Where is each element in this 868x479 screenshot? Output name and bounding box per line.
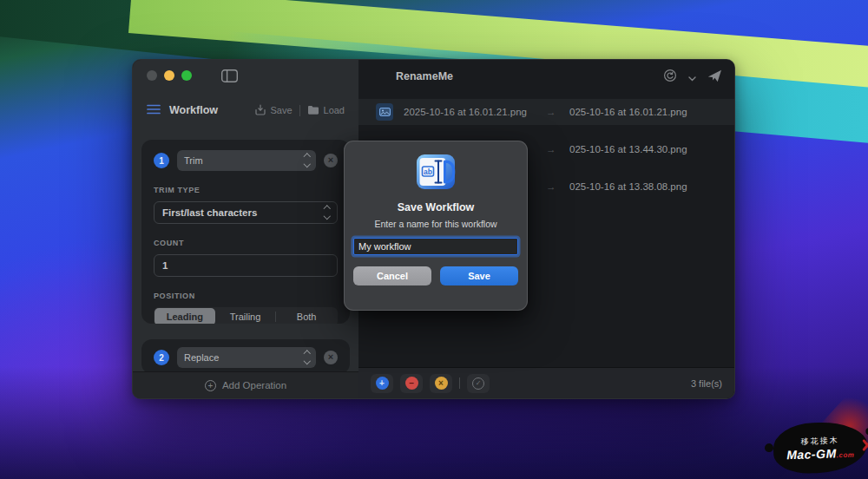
close-button[interactable] <box>147 70 157 81</box>
position-label: POSITION <box>154 292 338 300</box>
svg-text:ab: ab <box>424 167 432 176</box>
trim-type-select[interactable]: First/last characters <box>154 201 338 224</box>
segment-both[interactable]: Both <box>276 308 337 324</box>
add-files-button[interactable]: + <box>371 374 393 393</box>
operation-type-select[interactable]: Replace <box>177 347 316 368</box>
updown-chevron-icon <box>305 351 310 364</box>
sidebar-title: Workflow <box>169 104 218 116</box>
desktop: Workflow Save Load <box>0 0 868 479</box>
clear-files-button[interactable]: × <box>430 374 452 393</box>
position-segmented-control: Leading Trailing Both <box>154 307 338 324</box>
app-icon: ab <box>416 178 456 193</box>
file-count-status: 3 file(s) <box>691 378 722 389</box>
old-filename: 2025-10-16 at 16.01.21.png <box>404 107 527 117</box>
add-operation-button[interactable]: + Add Operation <box>133 371 358 398</box>
count-value: 1 <box>162 260 168 271</box>
count-label: COUNT <box>154 239 338 247</box>
zoom-button[interactable] <box>181 70 192 81</box>
operation-type-value: Trim <box>184 155 203 166</box>
plus-circle-icon: + <box>205 380 216 391</box>
watermark-red-mark <box>861 439 868 451</box>
titlebar <box>133 60 358 91</box>
file-toolbar: + – × ✓ 3 file(s) <box>358 367 734 398</box>
minus-icon: – <box>405 377 418 390</box>
sidebar-toggle-icon[interactable] <box>221 69 238 82</box>
operation-index-badge: 1 <box>154 153 169 168</box>
save-workflow-dialog: ab Save Workflow Enter a name for this w… <box>344 141 528 311</box>
folder-icon <box>307 105 319 116</box>
add-operation-label: Add Operation <box>222 380 286 390</box>
operation-index-badge: 2 <box>154 350 169 365</box>
remove-operation-button[interactable]: × <box>324 154 338 167</box>
x-icon: × <box>435 377 448 390</box>
load-label: Load <box>324 105 345 115</box>
new-filename: 025-10-16 at 16.01.21.png <box>569 107 687 117</box>
trim-type-label: TRIM TYPE <box>154 186 338 194</box>
segment-trailing[interactable]: Trailing <box>215 308 276 324</box>
rename-arrow: → <box>546 144 569 154</box>
divider <box>299 105 300 116</box>
plus-icon: + <box>376 377 389 390</box>
remove-operation-button[interactable]: × <box>324 351 338 364</box>
save-workflow-button[interactable]: Save <box>255 104 292 117</box>
image-file-icon <box>376 103 393 121</box>
save-button[interactable]: Save <box>440 266 518 285</box>
operation-type-value: Replace <box>184 352 219 363</box>
count-input[interactable]: 1 <box>154 254 338 277</box>
updown-chevron-icon <box>325 207 330 219</box>
divider <box>459 377 460 389</box>
chevron-down-icon[interactable] <box>688 69 696 85</box>
workflow-header: Workflow Save Load <box>133 98 358 122</box>
check-circle-icon: ✓ <box>472 377 484 390</box>
save-icon <box>255 104 266 117</box>
trim-type-value: First/last characters <box>162 207 257 218</box>
operation-card-trim: 1 Trim × TRIM TYPE First/last characters… <box>141 140 350 324</box>
remove-file-button[interactable]: – <box>400 374 423 393</box>
segment-leading[interactable]: Leading <box>155 308 215 324</box>
rename-arrow: → <box>546 107 569 117</box>
sidebar: Workflow Save Load <box>133 60 358 398</box>
updown-chevron-icon <box>305 154 310 167</box>
load-workflow-button[interactable]: Load <box>307 105 345 116</box>
watermark-suffix: .com <box>837 450 855 459</box>
window-title: RenameMe <box>396 70 453 82</box>
file-row[interactable]: 2025-10-16 at 16.01.21.png → 025-10-16 a… <box>358 99 734 125</box>
new-filename: 025-10-16 at 13.44.30.png <box>569 144 687 154</box>
minimize-button[interactable] <box>164 70 174 81</box>
rename-arrow: → <box>546 181 569 192</box>
undo-history-button[interactable] <box>663 69 677 86</box>
dialog-title: Save Workflow <box>345 201 527 213</box>
new-filename: 025-10-16 at 13.38.08.png <box>569 181 687 192</box>
apply-rename-button[interactable]: ✓ <box>467 374 490 393</box>
watermark-brand: Mac-GM.com <box>786 445 855 462</box>
cancel-button[interactable]: Cancel <box>353 266 431 285</box>
workflow-menu-icon[interactable] <box>147 102 161 118</box>
operation-card-replace: 2 Replace × <box>141 339 350 374</box>
workflow-name-input[interactable] <box>353 238 518 255</box>
dialog-subtitle: Enter a name for this workflow <box>345 219 527 229</box>
operation-type-select[interactable]: Trim <box>177 150 316 171</box>
save-label: Save <box>270 105 292 115</box>
send-rename-button[interactable] <box>707 69 722 86</box>
